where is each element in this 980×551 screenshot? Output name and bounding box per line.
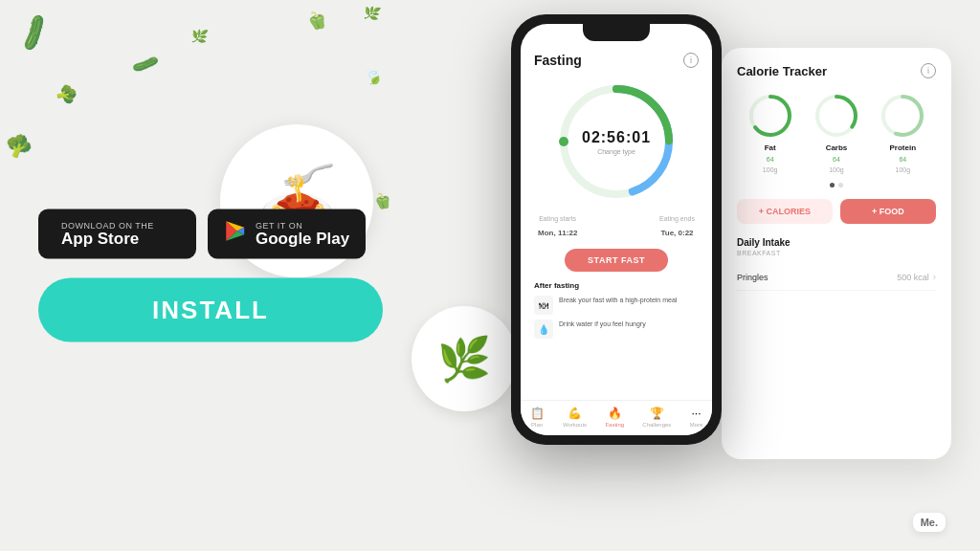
macro-protein-total: 100g bbox=[896, 166, 911, 173]
nav-workouts-icon: 💪 bbox=[568, 407, 582, 420]
phone-screen: Fasting i 02:56:01 bbox=[521, 24, 712, 435]
macro-fat-svg bbox=[746, 92, 794, 140]
macro-protein-green: 64 bbox=[899, 156, 906, 163]
calorie-info-icon[interactable]: i bbox=[921, 63, 936, 78]
food-name-pringles: Pringles bbox=[737, 273, 768, 282]
eating-end-label: Eating ends bbox=[659, 215, 695, 222]
deco-cucumber-3: 🫑 bbox=[304, 8, 330, 33]
nav-challenges[interactable]: 🏆 Challenges bbox=[642, 407, 671, 428]
deco-leaf-1: 🌿 bbox=[190, 28, 210, 46]
fasting-tip-1: 🍽 Break your fast with a high-protein me… bbox=[534, 296, 699, 315]
timer-circle: 02:56:01 Change type bbox=[554, 79, 679, 204]
asparagus-plate-decoration: 🌿 bbox=[412, 306, 517, 411]
breakfast-label: BREAKFAST bbox=[737, 250, 936, 256]
app-store-text: Download on the App Store bbox=[61, 220, 154, 248]
store-buttons-container: Download on the App Store GET IT ON Goog… bbox=[38, 209, 450, 259]
nav-fasting-label: Fasting bbox=[605, 422, 624, 428]
calorie-panel: Calorie Tracker i Fat 64 100g Carbs 64 1… bbox=[722, 48, 951, 459]
start-fast-button[interactable]: START FAST bbox=[565, 249, 668, 272]
info-icon[interactable]: i bbox=[683, 53, 699, 68]
nav-plan[interactable]: 📋 Plan bbox=[530, 407, 545, 428]
nav-more-label: More bbox=[690, 422, 703, 428]
app-store-main-label: App Store bbox=[61, 230, 154, 248]
nav-plan-label: Plan bbox=[531, 422, 543, 428]
deco-cucumber-1: 🥒 bbox=[11, 11, 56, 55]
add-calories-button[interactable]: + CALORIES bbox=[737, 199, 833, 224]
food-item-pringles[interactable]: Pringles 500 kcal › bbox=[737, 264, 936, 291]
deco-cashew-1: 🍃 bbox=[361, 64, 386, 89]
eating-start: Eating starts Mon, 11:22 bbox=[538, 215, 577, 239]
fasting-tip-1-icon: 🍽 bbox=[534, 296, 553, 315]
macro-carbs: Carbs 64 100g bbox=[813, 92, 860, 173]
eating-end: Eating ends Tue, 0:22 bbox=[659, 215, 695, 239]
nav-plan-icon: 📋 bbox=[530, 407, 545, 420]
dot-1 bbox=[830, 183, 835, 187]
deco-broccoli-2: 🥦 bbox=[5, 130, 35, 160]
eating-end-value: Tue, 0:22 bbox=[660, 229, 693, 237]
nav-challenges-label: Challenges bbox=[642, 422, 671, 428]
macro-fat-total: 100g bbox=[763, 166, 778, 173]
action-buttons: + CALORIES + FOOD bbox=[737, 199, 936, 224]
google-play-button[interactable]: GET IT ON Google Play bbox=[208, 209, 366, 259]
nav-fasting[interactable]: 🔥 Fasting bbox=[605, 407, 624, 428]
macro-carbs-green: 64 bbox=[833, 156, 840, 163]
google-play-text: GET IT ON Google Play bbox=[256, 220, 349, 248]
dot-2 bbox=[838, 183, 843, 187]
macro-carbs-total: 100g bbox=[829, 166, 844, 173]
deco-veg-1: 🫑 bbox=[372, 189, 394, 210]
google-play-icon bbox=[223, 219, 248, 250]
fasting-app-screen: Fasting i 02:56:01 bbox=[521, 24, 712, 435]
fasting-tip-2: 💧 Drink water if you feel hungry bbox=[534, 320, 699, 339]
phone-notch bbox=[583, 24, 650, 41]
timer-change-type[interactable]: Change type bbox=[582, 148, 651, 155]
phone-frame: Fasting i 02:56:01 bbox=[511, 14, 722, 445]
macro-fat-label: Fat bbox=[765, 143, 776, 152]
timer-center: 02:56:01 Change type bbox=[582, 129, 651, 155]
after-fasting-title: After fasting bbox=[534, 281, 699, 290]
macro-carbs-svg bbox=[813, 92, 860, 140]
deco-cucumber-2: 🥒 bbox=[131, 49, 162, 78]
calorie-header: Calorie Tracker i bbox=[737, 63, 936, 78]
phone-mockup: Fasting i 02:56:01 bbox=[511, 14, 722, 445]
install-button[interactable]: INSTALL bbox=[38, 278, 383, 342]
nav-more-icon: ··· bbox=[691, 407, 701, 420]
google-play-main-label: Google Play bbox=[256, 230, 349, 248]
nav-challenges-icon: 🏆 bbox=[650, 407, 664, 420]
macro-protein-label: Protein bbox=[890, 143, 917, 152]
svg-point-3 bbox=[559, 137, 568, 146]
macro-protein: Protein 64 100g bbox=[879, 92, 926, 173]
left-section: Download on the App Store GET IT ON Goog… bbox=[38, 209, 450, 342]
nav-fasting-icon: 🔥 bbox=[608, 407, 622, 420]
timer-time: 02:56:01 bbox=[582, 129, 651, 146]
macro-carbs-label: Carbs bbox=[826, 143, 848, 152]
fasting-tip-2-icon: 💧 bbox=[534, 320, 553, 339]
food-chevron: › bbox=[933, 272, 936, 282]
eating-times: Eating starts Mon, 11:22 Eating ends Tue… bbox=[534, 215, 699, 239]
deco-leaf-2: 🌿 bbox=[362, 3, 382, 22]
app-header: Fasting i bbox=[534, 53, 699, 68]
calorie-title: Calorie Tracker bbox=[737, 64, 827, 78]
fasting-tip-1-text: Break your fast with a high-protein meal bbox=[559, 296, 677, 304]
macro-circles: Fat 64 100g Carbs 64 100g Protein 64 100… bbox=[737, 92, 936, 173]
daily-intake-title: Daily Intake bbox=[737, 237, 936, 248]
bottom-nav: 📋 Plan 💪 Workouts 🔥 Fasting 🏆 Challenges bbox=[521, 400, 712, 435]
page-dots bbox=[737, 183, 936, 187]
fasting-tip-2-text: Drink water if you feel hungry bbox=[559, 320, 646, 328]
app-title: Fasting bbox=[534, 53, 582, 68]
app-store-button[interactable]: Download on the App Store bbox=[38, 209, 196, 259]
add-food-button[interactable]: + FOOD bbox=[840, 199, 936, 224]
macro-protein-svg bbox=[879, 92, 926, 140]
deco-broccoli-1: 🥦 bbox=[54, 82, 80, 108]
food-cal-pringles: 500 kcal › bbox=[897, 272, 936, 282]
macro-fat-green: 64 bbox=[767, 156, 774, 163]
macro-fat: Fat 64 100g bbox=[746, 92, 794, 173]
eating-start-value: Mon, 11:22 bbox=[538, 229, 577, 237]
nav-more[interactable]: ··· More bbox=[690, 407, 703, 428]
nav-workouts-label: Workouts bbox=[563, 422, 587, 428]
eating-start-label: Eating starts bbox=[538, 215, 577, 222]
me-badge: Me. bbox=[913, 513, 946, 532]
timer-container: 02:56:01 Change type bbox=[534, 79, 699, 204]
nav-workouts[interactable]: 💪 Workouts bbox=[563, 407, 587, 428]
